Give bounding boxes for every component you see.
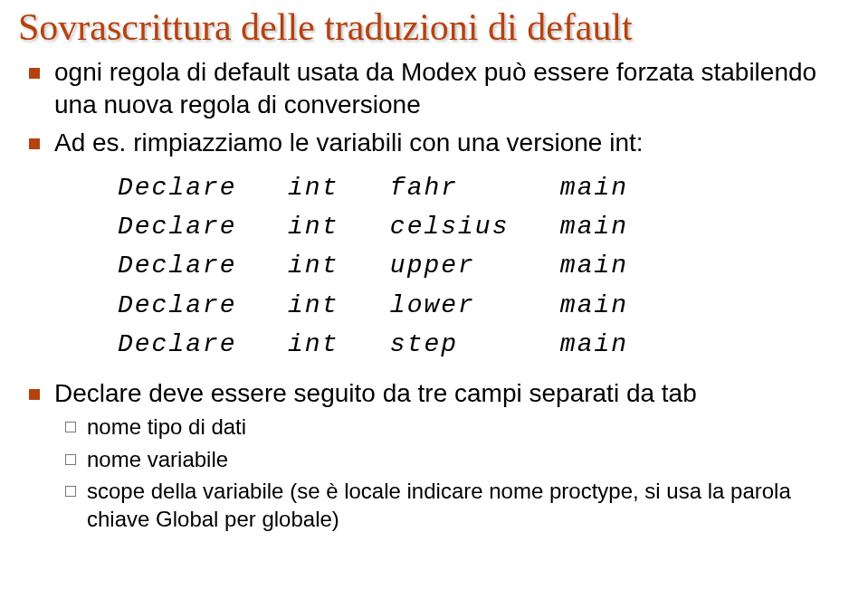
sub-item: nome tipo di dati [60,413,850,441]
code-line: Declare int fahr main [118,168,850,207]
main-list: ogni regola di default usata da Modex pu… [24,56,850,158]
slide: Sovrascrittura delle traduzioni di defau… [0,0,868,556]
code-line: Declare int upper main [118,246,850,285]
sub-item: nome variabile [60,445,850,473]
bullet-item: Declare deve essere seguito da tre campi… [24,377,850,534]
main-list-continued: Declare deve essere seguito da tre campi… [24,377,850,534]
sub-list: nome tipo di dati nome variabile scope d… [60,413,850,533]
bullet-text: Declare deve essere seguito da tre campi… [54,379,697,407]
code-line: Declare int step main [118,325,850,364]
bullet-item: ogni regola di default usata da Modex pu… [24,56,850,121]
bullet-item: Ad es. rimpiazziamo le variabili con una… [24,127,850,159]
sub-item: scope della variabile (se è locale indic… [60,477,850,533]
page-title: Sovrascrittura delle traduzioni di defau… [18,7,850,47]
code-line: Declare int lower main [118,286,850,325]
code-block: Declare int fahr main Declare int celsiu… [118,168,850,365]
code-line: Declare int celsius main [118,207,850,246]
